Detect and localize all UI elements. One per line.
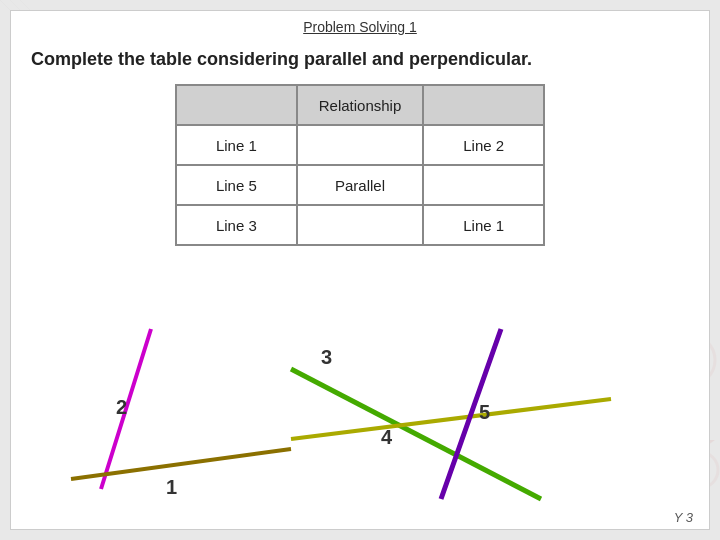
row3-col3: Line 1 xyxy=(423,205,544,245)
header-col1 xyxy=(176,85,297,125)
main-content: Problem Solving 1 Complete the table con… xyxy=(10,10,710,530)
row2-col1: Line 5 xyxy=(176,165,297,205)
label-1: 1 xyxy=(166,476,177,498)
table-row-1: Line 1 Line 2 xyxy=(176,125,544,165)
label-2: 2 xyxy=(116,396,127,418)
label-5: 5 xyxy=(479,401,490,423)
row3-col2 xyxy=(297,205,424,245)
header-col2: Relationship xyxy=(297,85,424,125)
svg-line-15 xyxy=(291,399,611,439)
lines-svg: 2 1 3 4 5 xyxy=(11,319,711,519)
diagram-area: 2 1 3 4 5 xyxy=(11,319,709,519)
row3-col1: Line 3 xyxy=(176,205,297,245)
row1-col3: Line 2 xyxy=(423,125,544,165)
table-row-3: Line 3 Line 1 xyxy=(176,205,544,245)
svg-line-13 xyxy=(71,449,291,479)
table-row-2: Line 5 Parallel xyxy=(176,165,544,205)
label-3: 3 xyxy=(321,346,332,368)
label-4: 4 xyxy=(381,426,393,448)
data-table: Relationship Line 1 Line 2 Line 5 Parall… xyxy=(175,84,545,246)
header-col3 xyxy=(423,85,544,125)
y3-label: Y 3 xyxy=(674,510,693,525)
table-wrapper: Relationship Line 1 Line 2 Line 5 Parall… xyxy=(11,84,709,246)
page-title: Problem Solving 1 xyxy=(11,11,709,39)
instruction-text: Complete the table considering parallel … xyxy=(11,39,709,84)
row1-col2 xyxy=(297,125,424,165)
row2-col2: Parallel xyxy=(297,165,424,205)
row2-col3 xyxy=(423,165,544,205)
table-header-row: Relationship xyxy=(176,85,544,125)
row1-col1: Line 1 xyxy=(176,125,297,165)
